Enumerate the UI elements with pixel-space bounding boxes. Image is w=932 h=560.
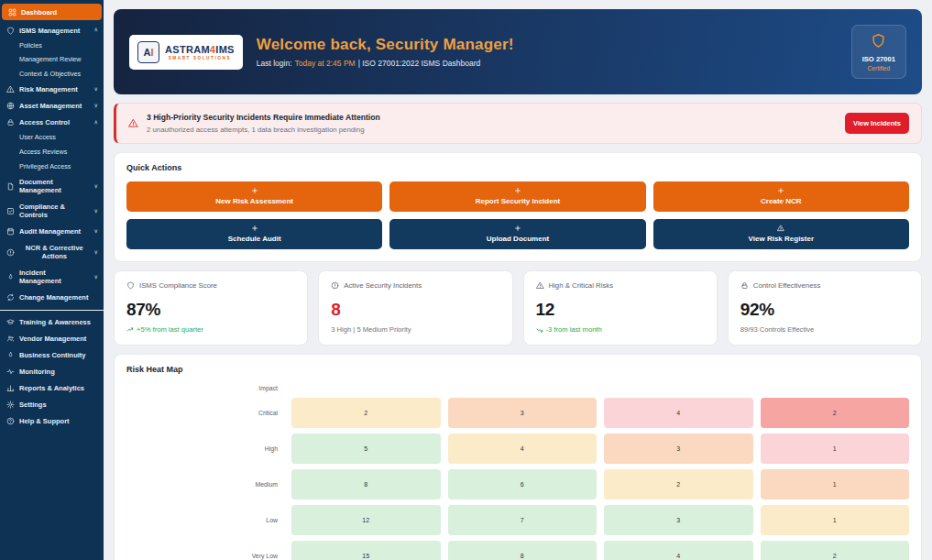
sidebar-item-help-support[interactable]: Help & Support <box>0 413 104 430</box>
plus-icon <box>251 225 258 232</box>
dashboard-grid-icon <box>8 8 16 16</box>
kpi-label: High & Critical Risks <box>549 281 614 290</box>
kpi-high-critical-risks: High & Critical Risks 12 -3 from last mo… <box>523 270 718 346</box>
new-risk-assessment-button[interactable]: New Risk Assessment <box>126 181 382 212</box>
warning-triangle-icon <box>6 85 15 93</box>
kpi-label: ISMS Compliance Score <box>139 281 217 290</box>
chevron-down-icon: ∨ <box>94 274 98 280</box>
kpi-value: 8 <box>331 300 499 320</box>
quick-actions-card: Quick Actions New Risk Assessment Report… <box>114 152 922 262</box>
sidebar-item-dashboard[interactable]: Dashboard <box>2 4 102 20</box>
sidebar-item-monitoring[interactable]: Monitoring <box>0 364 104 380</box>
heatmap-cell: 1 <box>761 505 910 535</box>
sidebar-item-document-management[interactable]: Document Management ∨ <box>0 174 104 199</box>
sidebar-item-context-objectives[interactable]: Context & Objectives <box>0 67 104 82</box>
kpi-value: 92% <box>740 300 909 320</box>
sidebar-item-isms-management[interactable]: ISMS Management ∧ <box>0 22 104 38</box>
sidebar-item-asset-management[interactable]: Asset Management ∨ <box>0 98 104 115</box>
chevron-down-icon: ∨ <box>94 249 98 256</box>
quick-actions-title: Quick Actions <box>126 163 909 172</box>
plus-icon <box>777 187 784 194</box>
heatmap-cell: 2 <box>761 398 910 428</box>
heatmap-cell: 4 <box>604 398 753 428</box>
globe-icon <box>6 102 15 110</box>
sidebar-item-user-access[interactable]: User Access <box>0 131 104 146</box>
chevron-down-icon: ∨ <box>94 208 98 214</box>
chevron-up-icon: ∧ <box>94 27 98 33</box>
kpi-row: ISMS Compliance Score 87% +5% from last … <box>114 270 922 346</box>
lock-icon <box>740 281 749 290</box>
chevron-down-icon: ∨ <box>94 103 98 109</box>
sidebar-item-access-reviews[interactable]: Access Reviews <box>0 146 104 160</box>
kpi-subtext: -3 from last month <box>546 325 602 334</box>
sidebar-item-label: Business Continuity <box>19 351 98 359</box>
sidebar-item-reports-analytics[interactable]: Reports & Analytics <box>0 380 104 397</box>
sidebar-item-risk-management[interactable]: Risk Management ∨ <box>0 82 104 98</box>
sidebar-item-policies[interactable]: Policies <box>0 38 104 53</box>
heatmap-cell: 3 <box>448 398 598 428</box>
sidebar-item-label: Policies <box>19 42 98 50</box>
view-incidents-button[interactable]: View Incidents <box>845 113 909 134</box>
sidebar-item-label: ISMS Management <box>19 27 90 35</box>
schedule-audit-button[interactable]: Schedule Audit <box>126 219 382 249</box>
sidebar-item-incident-management[interactable]: Incident Management ∨ <box>0 265 104 290</box>
dashboard-subtitle: | ISO 27001:2022 ISMS Dashboard <box>358 59 481 68</box>
iso-certified-badge: ISO 27001 Certified <box>851 25 906 79</box>
kpi-label: Control Effectiveness <box>753 281 821 290</box>
sidebar: Dashboard ISMS Management ∧ Policies Man… <box>0 0 104 560</box>
button-label: Schedule Audit <box>228 235 281 243</box>
trend-up-icon <box>126 326 134 334</box>
heatmap-row-label: Low <box>126 505 284 535</box>
sidebar-item-training-awareness[interactable]: Training & Awareness <box>0 314 104 331</box>
welcome-title: Welcome back, Security Manager! <box>257 36 514 54</box>
users-icon <box>6 335 15 343</box>
pulse-icon <box>6 368 15 376</box>
logo-text: ASTRAM4IMS <box>165 44 235 55</box>
iso-badge-status: Certified <box>862 65 895 71</box>
heatmap-row-label: Very Low <box>126 541 284 560</box>
button-label: Report Security Incident <box>476 197 560 205</box>
upload-document-button[interactable]: Upload Document <box>389 219 645 249</box>
heatmap-cell: 4 <box>604 541 753 560</box>
view-risk-register-button[interactable]: View Risk Register <box>653 219 909 249</box>
sidebar-item-audit-management[interactable]: Audit Management ∨ <box>0 224 104 240</box>
kpi-subtext: 89/93 Controls Effective <box>740 325 814 334</box>
sidebar-item-change-management[interactable]: Change Management <box>0 290 104 306</box>
logo-tagline: SMART SOLUTIONS <box>165 56 235 60</box>
sidebar-item-ncr-corrective-actions[interactable]: NCR & Corrective Actions ∨ <box>0 240 104 265</box>
sidebar-item-management-review[interactable]: Management Review <box>0 53 104 68</box>
sidebar-item-business-continuity[interactable]: Business Continuity <box>0 347 104 364</box>
heatmap-title: Risk Heat Map <box>126 365 909 374</box>
alert-circle-icon <box>331 281 339 290</box>
chevron-up-icon: ∧ <box>94 119 98 126</box>
sidebar-item-label: Compliance & Controls <box>19 203 90 219</box>
warning-triangle-icon <box>777 225 784 232</box>
heatmap-cell: 1 <box>761 469 910 500</box>
create-ncr-button[interactable]: Create NCR <box>653 181 909 212</box>
alert-subtitle: 2 unauthorized access attempts, 1 data b… <box>147 126 380 134</box>
sidebar-item-label: Change Management <box>19 293 98 302</box>
check-square-icon <box>6 207 15 215</box>
sidebar-item-access-control[interactable]: Access Control ∧ <box>0 115 104 131</box>
sidebar-item-label: Access Reviews <box>19 148 98 157</box>
chevron-down-icon: ∨ <box>94 228 98 235</box>
sidebar-item-label: Context & Objectives <box>19 71 98 79</box>
shield-icon <box>6 27 15 35</box>
sidebar-item-label: Help & Support <box>19 417 98 425</box>
sidebar-item-settings[interactable]: Settings <box>0 397 104 413</box>
alert-text-block: 3 High-Priority Security Incidents Requi… <box>147 113 380 134</box>
kpi-subtext: 3 High | 5 Medium Priority <box>331 325 411 334</box>
sidebar-item-label: Risk Management <box>19 85 90 93</box>
company-logo: AI ASTRAM4IMS SMART SOLUTIONS <box>129 35 243 70</box>
plus-icon <box>251 187 258 194</box>
heatmap-row-label: High <box>126 434 284 464</box>
heatmap-row-label: Medium <box>126 469 284 500</box>
report-security-incident-button[interactable]: Report Security Incident <box>389 181 645 212</box>
heatmap-cell: 3 <box>604 434 753 464</box>
sidebar-item-privileged-access[interactable]: Privileged Access <box>0 159 104 174</box>
sidebar-item-compliance-controls[interactable]: Compliance & Controls ∨ <box>0 199 104 224</box>
document-icon <box>6 182 15 191</box>
sidebar-item-vendor-management[interactable]: Vendor Management <box>0 331 104 347</box>
lock-icon <box>6 118 15 126</box>
heatmap-cell: 3 <box>604 505 753 535</box>
